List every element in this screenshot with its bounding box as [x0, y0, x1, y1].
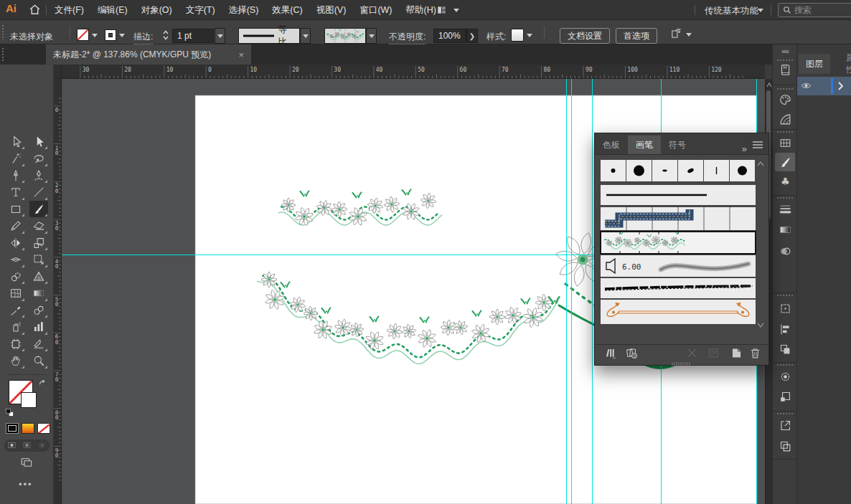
layer-row[interactable] [797, 77, 851, 95]
dock-icon-color-guide[interactable] [775, 110, 795, 128]
brush-row-denim-pattern-border[interactable] [601, 207, 756, 230]
default-fill-stroke-icon[interactable] [5, 407, 14, 420]
brush-row-floral-border[interactable] [601, 232, 756, 254]
opacity-panel-arrow[interactable]: ❯ [466, 29, 478, 43]
dock-icon-graphic-styles[interactable] [775, 387, 795, 406]
brush-calligraphic-4[interactable] [704, 160, 729, 181]
menu-item-5[interactable]: 效果(C) [272, 4, 302, 16]
color-mode-button[interactable] [6, 423, 19, 434]
dock-icon-libraries[interactable] [775, 60, 795, 79]
tool-slice[interactable] [29, 336, 48, 352]
dock-icon-asset-export[interactable] [775, 416, 795, 434]
width-profile-caret-icon[interactable] [300, 28, 311, 44]
brush-list-gutter[interactable] [756, 158, 766, 330]
close-tab-icon[interactable]: × [238, 49, 244, 60]
stroke-indicator[interactable] [22, 393, 36, 407]
brush-row-bristle[interactable]: 6.00 [601, 255, 756, 277]
panel-tab-图层[interactable]: 图层 [799, 54, 830, 74]
dock-icon-transform[interactable] [775, 299, 795, 318]
opacity-field[interactable]: 100% [433, 29, 466, 43]
brush-calligraphic-2[interactable] [652, 160, 677, 181]
tool-width[interactable] [6, 252, 25, 268]
tool-pencil[interactable] [6, 218, 25, 234]
brush-calligraphic-5[interactable] [730, 160, 755, 181]
dock-icon-swatches[interactable] [775, 133, 795, 152]
layer-expand-icon[interactable] [837, 82, 843, 90]
menu-item-3[interactable]: 文字(T) [186, 4, 215, 16]
brushes-tab-画笔[interactable]: 画笔 [628, 135, 661, 154]
tool-eraser[interactable] [29, 218, 48, 234]
tool-rotate[interactable] [6, 234, 25, 251]
preferences-button[interactable]: 首选项 [616, 28, 657, 44]
collapse-dock-icon[interactable]: «« [773, 47, 797, 55]
tool-paintbrush[interactable] [29, 201, 48, 217]
menu-item-6[interactable]: 视图(V) [316, 4, 347, 16]
tool-scale[interactable] [29, 234, 48, 251]
menu-item-4[interactable]: 选择(S) [229, 4, 259, 16]
dock-icon-color[interactable] [775, 90, 795, 109]
tool-gradient[interactable] [29, 285, 48, 302]
brush-calligraphic-0[interactable] [601, 160, 626, 181]
stroke-color-swatch[interactable] [105, 30, 116, 40]
tool-hand[interactable] [6, 353, 25, 369]
stroke-weight-label[interactable]: 描边: [133, 31, 153, 44]
brush-definition-select[interactable] [324, 28, 366, 44]
brush-definition-caret-icon[interactable] [366, 28, 377, 44]
tool-mesh[interactable] [6, 285, 25, 302]
draw-inside-button[interactable] [37, 439, 47, 452]
stroke-caret-icon[interactable] [119, 34, 125, 37]
tool-pen[interactable] [6, 167, 25, 184]
panel-tab-属性[interactable]: 属性 [839, 54, 851, 74]
arrange-documents-icon[interactable] [436, 5, 447, 18]
tool-zoom[interactable] [29, 353, 48, 369]
tool-curvature[interactable] [29, 167, 48, 184]
tool-artboard[interactable] [6, 336, 25, 352]
swap-fill-stroke-icon[interactable] [37, 379, 47, 391]
dock-icon-stroke[interactable] [775, 199, 795, 218]
draw-normal-button[interactable] [7, 439, 17, 452]
delete-brush-icon[interactable] [748, 346, 762, 363]
workspace-switcher[interactable]: 传统基本功能 [705, 5, 758, 17]
edit-toolbar-ellipsis[interactable]: ••• [19, 479, 33, 490]
workspace-caret-icon[interactable] [758, 9, 763, 12]
layer-visibility-eye-icon[interactable] [801, 80, 812, 92]
tool-line-segment[interactable] [29, 184, 48, 201]
tool-type[interactable] [6, 184, 25, 201]
brushes-tab-色板[interactable]: 色板 [595, 135, 628, 154]
tool-shape-builder[interactable] [6, 268, 25, 285]
menu-item-2[interactable]: 对象(O) [141, 4, 172, 16]
dock-icon-transparency[interactable] [775, 242, 795, 260]
align-options-caret-icon[interactable] [686, 33, 692, 37]
width-profile-select[interactable]: 等比 [238, 28, 300, 44]
gradient-mode-button[interactable] [22, 423, 34, 434]
library-sync-icon[interactable] [625, 346, 639, 363]
tool-column-graph[interactable] [29, 319, 48, 336]
brush-libraries-icon[interactable] [603, 346, 617, 363]
home-icon[interactable] [29, 4, 41, 19]
dock-icon-align[interactable] [775, 320, 795, 338]
tool-perspective-grid[interactable] [29, 268, 48, 285]
menu-item-7[interactable]: 窗口(W) [359, 4, 392, 16]
brush-calligraphic-3[interactable] [678, 160, 703, 181]
document-setup-button[interactable]: 文档设置 [560, 28, 610, 44]
style-swatch[interactable] [511, 29, 524, 42]
tool-lasso[interactable] [29, 151, 48, 167]
opacity-label[interactable]: 不透明度: [389, 31, 426, 44]
panel-menu-icon[interactable] [751, 138, 768, 154]
brush-calligraphic-1[interactable] [626, 160, 652, 181]
tool-symbol-sprayer[interactable] [6, 319, 25, 336]
style-caret-icon[interactable] [527, 34, 532, 37]
control-bar-grip[interactable] [1, 24, 5, 40]
brush-row-basic[interactable] [601, 185, 756, 205]
none-mode-button[interactable] [37, 423, 50, 434]
stroke-weight-field[interactable]: 1 pt [172, 29, 214, 43]
brush-row-charcoal[interactable] [601, 278, 756, 298]
menu-item-8[interactable]: 帮助(H) [406, 4, 436, 16]
tool-blend[interactable] [29, 302, 48, 318]
dock-icon-symbols[interactable]: ♣ [775, 172, 795, 191]
tool-direct-selection[interactable] [6, 133, 25, 150]
dock-icon-appearance[interactable] [775, 367, 795, 386]
arrange-documents-caret-icon[interactable] [453, 9, 459, 12]
new-brush-icon[interactable] [730, 346, 743, 363]
search-input[interactable]: 搜索 [778, 3, 851, 17]
